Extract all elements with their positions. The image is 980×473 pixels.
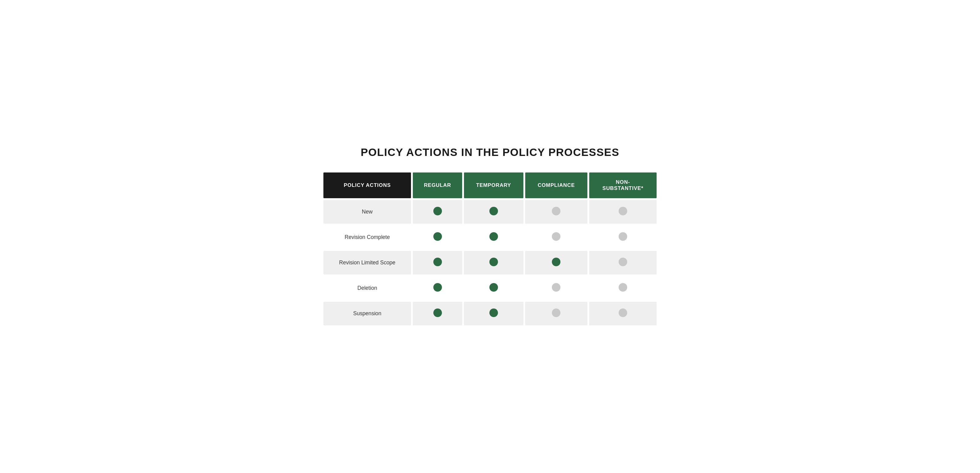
green-dot-icon [552, 258, 560, 266]
cell-compliance [525, 226, 587, 249]
green-dot-icon [433, 309, 442, 317]
table-row: Suspension [323, 302, 657, 325]
gray-dot-icon [552, 283, 560, 291]
table-body: NewRevision CompleteRevision Limited Sco… [323, 200, 657, 325]
cell-temporary [464, 200, 523, 224]
cell-compliance [525, 302, 587, 325]
cell-compliance [525, 251, 587, 274]
gray-dot-icon [619, 207, 627, 215]
gray-dot-icon [552, 232, 560, 241]
green-dot-icon [489, 309, 498, 317]
cell-compliance [525, 276, 587, 300]
green-dot-icon [433, 207, 442, 215]
row-label: New [323, 200, 411, 224]
cell-nonSubstantive [589, 226, 657, 249]
table-row: Revision Complete [323, 226, 657, 249]
row-label: Suspension [323, 302, 411, 325]
cell-regular [413, 200, 462, 224]
green-dot-icon [433, 232, 442, 241]
gray-dot-icon [552, 309, 560, 317]
table-row: Revision Limited Scope [323, 251, 657, 274]
row-label: Revision Complete [323, 226, 411, 249]
table-wrapper: POLICY ACTIONS REGULAR TEMPORARY COMPLIA… [321, 170, 659, 327]
gray-dot-icon [552, 207, 560, 215]
row-label: Deletion [323, 276, 411, 300]
header-regular: REGULAR [413, 172, 462, 198]
header-policy-actions: POLICY ACTIONS [323, 172, 411, 198]
green-dot-icon [489, 283, 498, 291]
table-row: New [323, 200, 657, 224]
cell-compliance [525, 200, 587, 224]
header-non-substantive: NON-SUBSTANTIVE* [589, 172, 657, 198]
header-compliance: COMPLIANCE [525, 172, 587, 198]
gray-dot-icon [619, 258, 627, 266]
main-container: POLICY ACTIONS IN THE POLICY PROCESSES P… [321, 146, 659, 327]
cell-nonSubstantive [589, 251, 657, 274]
policy-table: POLICY ACTIONS REGULAR TEMPORARY COMPLIA… [321, 170, 659, 327]
green-dot-icon [433, 283, 442, 291]
cell-temporary [464, 226, 523, 249]
gray-dot-icon [619, 283, 627, 291]
green-dot-icon [489, 207, 498, 215]
cell-regular [413, 226, 462, 249]
cell-regular [413, 276, 462, 300]
page-title: POLICY ACTIONS IN THE POLICY PROCESSES [321, 146, 659, 158]
cell-nonSubstantive [589, 276, 657, 300]
cell-nonSubstantive [589, 302, 657, 325]
cell-regular [413, 302, 462, 325]
green-dot-icon [489, 258, 498, 266]
cell-temporary [464, 276, 523, 300]
row-label: Revision Limited Scope [323, 251, 411, 274]
gray-dot-icon [619, 232, 627, 241]
gray-dot-icon [619, 309, 627, 317]
green-dot-icon [489, 232, 498, 241]
cell-regular [413, 251, 462, 274]
cell-nonSubstantive [589, 200, 657, 224]
table-header-row: POLICY ACTIONS REGULAR TEMPORARY COMPLIA… [323, 172, 657, 198]
cell-temporary [464, 302, 523, 325]
cell-temporary [464, 251, 523, 274]
header-temporary: TEMPORARY [464, 172, 523, 198]
table-row: Deletion [323, 276, 657, 300]
green-dot-icon [433, 258, 442, 266]
